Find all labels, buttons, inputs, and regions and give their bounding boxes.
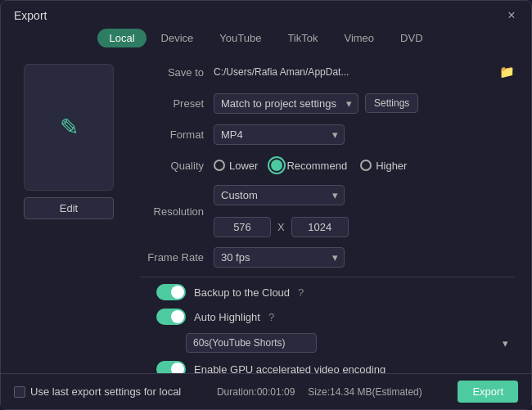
title-bar: Export × xyxy=(1,1,531,29)
quality-higher-radio xyxy=(360,160,372,171)
preset-select-wrapper: Match to project settings xyxy=(214,93,358,114)
frame-rate-row: Frame Rate 30 fps xyxy=(140,246,515,268)
quality-lower-radio xyxy=(214,160,225,171)
preview-thumbnail: ✎ xyxy=(24,64,114,191)
preset-label: Preset xyxy=(140,97,214,110)
tab-youtube[interactable]: YouTube xyxy=(208,29,273,47)
quality-higher-label: Higher xyxy=(376,160,407,172)
quality-recommend-radio xyxy=(271,160,282,171)
preset-control: Match to project settings Settings xyxy=(214,93,515,114)
resolution-inputs: X xyxy=(214,217,349,237)
backup-label: Backup to the Cloud xyxy=(194,286,290,299)
tab-device[interactable]: Device xyxy=(150,29,205,47)
frame-rate-label: Frame Rate xyxy=(140,251,214,264)
use-last-label: Use last export settings for local xyxy=(30,385,181,398)
save-path-text: C:/Users/Rafia Aman/AppDat... xyxy=(214,66,493,78)
save-to-label: Save to xyxy=(140,66,214,79)
save-to-control: C:/Users/Rafia Aman/AppDat... 📁 xyxy=(214,65,515,79)
backup-help-icon[interactable]: ? xyxy=(298,286,304,299)
save-to-row: Save to C:/Users/Rafia Aman/AppDat... 📁 xyxy=(140,61,515,83)
format-select-wrapper: MP4 xyxy=(214,124,345,145)
settings-button[interactable]: Settings xyxy=(365,93,418,113)
preset-select[interactable]: Match to project settings xyxy=(214,93,358,114)
preview-panel: ✎ Edit xyxy=(1,56,132,373)
resolution-control: Custom X xyxy=(214,185,515,237)
export-button[interactable]: Export xyxy=(458,381,518,403)
quality-lower[interactable]: Lower xyxy=(214,160,258,172)
frame-rate-control: 30 fps xyxy=(214,247,515,268)
bottom-bar: Use last export settings for local Durat… xyxy=(1,373,531,409)
quality-lower-label: Lower xyxy=(229,160,258,172)
shorts-select[interactable]: 60s(YouTube Shorts) xyxy=(186,333,317,353)
gpu-toggle[interactable] xyxy=(156,361,186,373)
quality-higher[interactable]: Higher xyxy=(360,160,407,172)
frame-rate-select-wrapper: 30 fps xyxy=(214,247,345,268)
resolution-height-input[interactable] xyxy=(291,217,349,237)
format-row: Format MP4 xyxy=(140,123,515,146)
tab-bar: Local Device YouTube TikTok Vimeo DVD xyxy=(1,29,531,56)
backup-toggle[interactable] xyxy=(156,284,186,300)
main-content: ✎ Edit Save to C:/Users/Rafia Aman/AppDa… xyxy=(1,56,531,373)
size-text: Size:14.34 MB(Estimated) xyxy=(308,386,422,398)
resolution-label: Resolution xyxy=(140,205,214,218)
edit-button[interactable]: Edit xyxy=(24,197,114,219)
resolution-width-input[interactable] xyxy=(214,217,271,237)
quality-control: Lower Recommend Higher xyxy=(214,160,515,172)
auto-highlight-toggle[interactable] xyxy=(156,309,186,325)
divider xyxy=(140,277,515,277)
edit-icon: ✎ xyxy=(60,114,79,141)
quality-row: Quality Lower Recommend High xyxy=(140,154,515,177)
window-title: Export xyxy=(14,9,47,22)
gpu-label: Enable GPU accelerated video encoding xyxy=(194,363,385,374)
tab-local[interactable]: Local xyxy=(97,29,146,47)
frame-rate-select[interactable]: 30 fps xyxy=(214,247,345,268)
format-label: Format xyxy=(140,128,214,141)
auto-highlight-label: Auto Highlight xyxy=(194,311,260,323)
backup-toggle-row: Backup to the Cloud ? xyxy=(140,284,515,300)
settings-panel: Save to C:/Users/Rafia Aman/AppDat... 📁 … xyxy=(132,56,531,373)
duration-text: Duration:00:01:09 xyxy=(217,386,295,398)
bottom-left: Use last export settings for local xyxy=(14,385,181,398)
shorts-select-wrapper: 60s(YouTube Shorts) xyxy=(186,333,515,353)
resolution-row: Resolution Custom X xyxy=(140,185,515,237)
tab-tiktok[interactable]: TikTok xyxy=(276,29,329,47)
export-window: Export × Local Device YouTube TikTok Vim… xyxy=(0,0,532,410)
resolution-select-wrapper: Custom xyxy=(214,185,345,205)
quality-recommend-label: Recommend xyxy=(286,160,347,172)
preset-row: Preset Match to project settings Setting… xyxy=(140,92,515,115)
format-select[interactable]: MP4 xyxy=(214,124,345,145)
bottom-info: Duration:00:01:09 Size:14.34 MB(Estimate… xyxy=(217,386,422,398)
folder-icon[interactable]: 📁 xyxy=(499,65,515,79)
quality-label: Quality xyxy=(140,160,214,172)
gpu-toggle-row: Enable GPU accelerated video encoding xyxy=(140,361,515,373)
auto-highlight-help-icon[interactable]: ? xyxy=(268,311,274,323)
close-button[interactable]: × xyxy=(505,9,518,22)
tab-dvd[interactable]: DVD xyxy=(389,29,434,47)
quality-options: Lower Recommend Higher xyxy=(214,160,407,172)
quality-recommend[interactable]: Recommend xyxy=(271,160,347,172)
format-control: MP4 xyxy=(214,124,515,145)
auto-highlight-toggle-row: Auto Highlight ? xyxy=(140,309,515,325)
resolution-x-label: X xyxy=(277,221,285,233)
use-last-checkbox[interactable] xyxy=(14,386,25,398)
resolution-select[interactable]: Custom xyxy=(214,185,345,205)
tab-vimeo[interactable]: Vimeo xyxy=(332,29,385,47)
